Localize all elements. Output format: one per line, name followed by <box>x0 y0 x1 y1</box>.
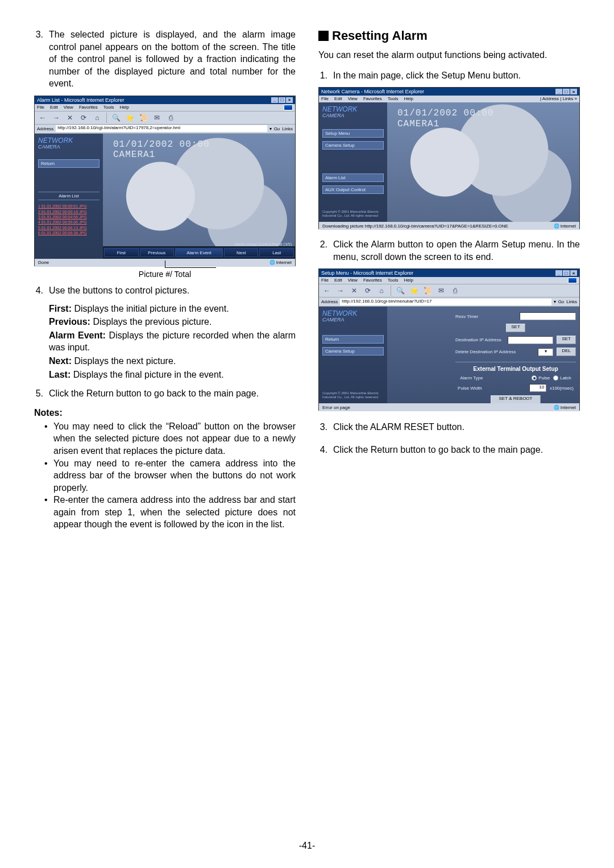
r-step4: Click the Return button to go back to th… <box>333 444 580 456</box>
note-1: You may need to click the “Reload” butto… <box>53 420 296 457</box>
alarm-panel-title: Alarm Image Control Panel (3/5) <box>235 242 292 246</box>
pulse-unit: x100(msec) <box>550 386 574 391</box>
search-icon[interactable]: 🔍 <box>111 113 121 122</box>
stop-icon[interactable]: ✕ <box>65 113 74 122</box>
status-download: Downloading picture http://192.168.0.10/… <box>322 224 508 229</box>
go-button[interactable]: Go <box>558 299 565 304</box>
brand-logo: NETWORKCAMERA <box>38 138 99 149</box>
setup-menu-button[interactable]: Setup Menu <box>322 129 384 138</box>
alarm-type-label: Alarm Type <box>460 375 528 381</box>
section-heading: Resetting Alarm <box>318 28 580 43</box>
go-button[interactable]: Go <box>274 126 280 131</box>
dest-ip-label: Destination IP Address <box>455 337 504 342</box>
square-bullet-icon <box>318 31 329 41</box>
list-number: 4. <box>34 284 49 297</box>
section-intro: You can reset the alarm output functions… <box>318 49 580 61</box>
list-number: 5. <box>34 387 49 400</box>
r-step3: Click the ALARM RESET button. <box>333 421 580 433</box>
step-4-lead: Use the buttons to control pictures. <box>49 284 296 297</box>
alarm-link[interactable]: 2 01.01.2002 00:00:18 JPG <box>38 209 99 214</box>
pulse-width-input[interactable]: 10 <box>529 384 546 392</box>
resv-timer-input[interactable] <box>520 312 576 320</box>
brand-logo: NETWORKCAMERA <box>322 107 384 118</box>
back-icon[interactable]: ← <box>38 113 47 122</box>
browser-toolbar: ← → ✕ ⟳ ⌂ 🔍 ⭐ 📜 ✉ ⎙ <box>319 284 579 297</box>
stop-icon[interactable]: ✕ <box>350 286 359 295</box>
screenshot-main-page: Network Camera - Microsoft Internet Expl… <box>318 87 580 229</box>
resv-timer-label: Resv Timer <box>455 314 516 319</box>
return-button[interactable]: Return <box>38 159 99 168</box>
return-button[interactable]: Return <box>322 335 384 344</box>
forward-icon[interactable]: → <box>336 286 345 295</box>
pulse-width-label: Pulse Width <box>458 386 526 391</box>
home-icon[interactable]: ⌂ <box>93 113 102 122</box>
window-title: Alarm List - Microsoft Internet Explorer <box>37 97 125 103</box>
status-error: Error on page <box>322 405 350 410</box>
window-controls: _□× <box>555 270 577 276</box>
list-number: 3. <box>318 421 333 433</box>
mail-icon[interactable]: ✉ <box>437 286 446 295</box>
favorites-icon[interactable]: ⭐ <box>125 113 134 122</box>
camera-setup-button[interactable]: Camera Setup <box>322 141 384 150</box>
def-next-label: Next: <box>49 356 72 366</box>
address-input[interactable]: http://192.168.0.10/cgi-bin/alarm?UID=17… <box>56 125 267 132</box>
camera-setup-button[interactable]: Camera Setup <box>322 347 384 356</box>
alarm-event-button[interactable]: Alarm Event <box>175 248 223 257</box>
links-label: Links <box>566 299 577 304</box>
copyright-text: Copyright © 2001 Matsushita Electric Ind… <box>322 391 384 399</box>
note-3: Re-enter the camera address into the add… <box>53 494 296 531</box>
print-icon[interactable]: ⎙ <box>166 113 175 122</box>
back-icon[interactable]: ← <box>322 286 331 295</box>
address-input[interactable]: http://192.168.0.10/cgi-bin/menubar?UID=… <box>340 299 551 305</box>
home-icon[interactable]: ⌂ <box>377 286 386 295</box>
screenshot-caption: Picture #/ Total <box>34 270 296 279</box>
history-icon[interactable]: 📜 <box>139 113 148 122</box>
def-alarmevent-label: Alarm Event: <box>49 330 106 340</box>
first-button[interactable]: First <box>104 248 139 257</box>
menubar: FileEditView FavoritesToolsHelp | Addres… <box>319 96 579 102</box>
refresh-icon[interactable]: ⟳ <box>363 286 372 295</box>
previous-button[interactable]: Previous <box>140 248 175 257</box>
brand-logo: NETWORKCAMERA <box>322 311 384 322</box>
menubar: FileEditView FavoritesToolsHelp <box>319 277 579 284</box>
set-reboot-button[interactable]: SET & REBOOT <box>491 395 541 403</box>
search-icon[interactable]: 🔍 <box>396 286 405 295</box>
links-label: Links <box>282 126 293 131</box>
alarm-list-button[interactable]: Alarm List <box>322 173 384 182</box>
print-icon[interactable]: ⎙ <box>450 286 459 295</box>
alarm-link[interactable]: 6 01.01.2002 00:06:38 JPG <box>38 230 99 235</box>
list-number: 4. <box>318 444 333 456</box>
forward-icon[interactable]: → <box>52 113 61 122</box>
set-button[interactable]: SET <box>506 324 525 332</box>
del-button[interactable]: DEL <box>557 348 576 356</box>
set-button[interactable]: SET <box>557 336 576 344</box>
status-zone: 🌐 Internet <box>554 224 576 229</box>
aux-output-button[interactable]: AUX Output Control <box>322 185 384 194</box>
status-zone: 🌐 Internet <box>269 260 292 265</box>
mail-icon[interactable]: ✉ <box>152 113 161 122</box>
alarm-link[interactable]: 1 01.01.2002 00:00:01 JPG <box>38 204 99 209</box>
address-bar: Address http://192.168.0.10/cgi-bin/menu… <box>319 297 579 307</box>
next-button[interactable]: Next <box>224 248 259 257</box>
page-number: -41- <box>34 841 580 851</box>
radio-pulse[interactable]: Pulse <box>532 375 550 381</box>
alarm-link[interactable]: 5 01.01.2002 00:06:13 JPG <box>38 225 99 230</box>
osd-timestamp: 01/01/2002 00:00 <box>113 139 210 150</box>
note-2: You may need to re-enter the camera addr… <box>53 457 296 494</box>
refresh-icon[interactable]: ⟳ <box>79 113 88 122</box>
def-last-label: Last: <box>49 370 70 379</box>
last-button[interactable]: Last <box>259 248 294 257</box>
copyright-text: Copyright © 2001 Matsushita Electric Ind… <box>322 210 384 217</box>
history-icon[interactable]: 📜 <box>423 286 432 295</box>
r-step2: Click the Alarm button to open the Alarm… <box>333 238 580 263</box>
radio-latch[interactable]: Latch <box>553 375 571 381</box>
step-5-text: Click the Return button to go back to th… <box>49 387 296 400</box>
alarm-link[interactable]: 4 01.01.2002 00:06:06 JPG <box>38 220 99 225</box>
favorites-icon[interactable]: ⭐ <box>409 286 418 295</box>
dest-ip-input[interactable] <box>508 336 554 344</box>
alarm-link[interactable]: 3 01.01.2002 00:04:56 JPG <box>38 214 99 220</box>
r-step1: In the main page, click the Setup Menu b… <box>333 69 580 82</box>
external-terminal-heading: External Terminal Output Setup <box>455 362 576 372</box>
screenshot-alarm-setup: Setup Menu - Microsoft Internet Explorer… <box>318 268 580 411</box>
window-title: Network Camera - Microsoft Internet Expl… <box>321 89 424 94</box>
